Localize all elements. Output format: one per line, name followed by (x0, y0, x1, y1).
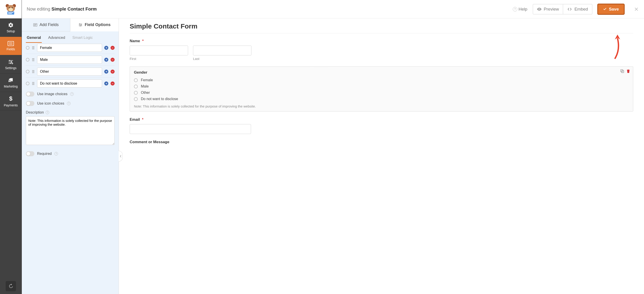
svg-point-24 (80, 25, 81, 26)
preview-button[interactable]: Preview (533, 4, 563, 14)
topbar: Now editing Simple Contact Form ? Help P… (22, 0, 644, 18)
gender-field-selected[interactable]: Gender Female Male Other Do not want to … (130, 66, 633, 112)
radio-option[interactable]: Do not want to disclose (134, 96, 629, 102)
choice-input[interactable] (37, 44, 102, 52)
svg-point-22 (81, 24, 82, 25)
rail-fields[interactable]: Fields (0, 37, 22, 55)
add-choice-button[interactable]: ＋ (104, 70, 108, 74)
embed-button[interactable]: Embed (563, 4, 592, 14)
drag-handle-icon[interactable] (32, 70, 35, 73)
first-sublabel: First (130, 57, 188, 61)
svg-rect-37 (621, 70, 623, 72)
last-name-input[interactable] (193, 45, 252, 55)
rail-marketing[interactable]: Marketing (0, 74, 22, 92)
logo[interactable] (0, 0, 22, 18)
svg-point-3 (8, 8, 13, 11)
options-icon (78, 23, 82, 27)
add-choice-button[interactable]: ＋ (104, 58, 108, 62)
delete-field-button[interactable] (627, 69, 630, 73)
radio-option[interactable]: Female (134, 77, 629, 83)
svg-rect-38 (622, 70, 624, 73)
name-label: Name * (130, 39, 633, 43)
svg-rect-6 (8, 11, 14, 14)
rail-label: Marketing (4, 85, 18, 88)
radio-icon (134, 97, 138, 101)
gender-label: Gender (134, 70, 629, 75)
tab-field-options[interactable]: Field Options (70, 18, 119, 31)
image-choices-toggle[interactable] (26, 92, 34, 96)
close-icon (634, 6, 639, 12)
radio-default-icon[interactable] (26, 70, 30, 73)
svg-point-12 (9, 60, 10, 61)
close-button[interactable] (634, 6, 639, 12)
required-label: Required (37, 152, 52, 156)
choice-input[interactable] (37, 67, 102, 76)
bullhorn-icon (8, 77, 14, 83)
undo-history-button[interactable] (6, 281, 16, 291)
radio-default-icon[interactable] (26, 82, 30, 85)
choice-row: ＋ − (26, 66, 114, 78)
remove-choice-button[interactable]: − (110, 58, 114, 62)
rail-settings[interactable]: Settings (0, 55, 22, 74)
help-tooltip-icon[interactable]: ? (70, 92, 74, 96)
form-name: Simple Contact Form (52, 6, 96, 11)
sliders-icon (8, 59, 14, 65)
image-choices-label: Use image choices (37, 92, 68, 96)
tab-add-fields[interactable]: Add Fields (22, 18, 70, 31)
editing-label: Now editing Simple Contact Form (27, 6, 96, 12)
drag-handle-icon[interactable] (32, 46, 35, 50)
help-tooltip-icon[interactable]: ? (54, 152, 58, 156)
subtab-general[interactable]: General (26, 34, 42, 43)
trash-icon (627, 69, 630, 73)
add-choice-button[interactable]: ＋ (104, 81, 108, 85)
drag-handle-icon[interactable] (32, 82, 35, 85)
help-link[interactable]: ? Help (513, 7, 528, 12)
radio-icon (134, 91, 138, 95)
rail-payments[interactable]: $ Payments (0, 92, 22, 110)
rail-setup[interactable]: Setup (0, 18, 22, 37)
radio-default-icon[interactable] (26, 46, 30, 50)
radio-option[interactable]: Male (134, 83, 629, 89)
gender-description: Note: This information is solely collect… (134, 104, 629, 108)
radio-option[interactable]: Other (134, 89, 629, 96)
rail-label: Setup (7, 29, 15, 33)
first-name-input[interactable] (130, 45, 188, 55)
rail-label: Fields (6, 47, 15, 51)
email-label: Email * (130, 117, 633, 122)
remove-choice-button[interactable]: − (110, 46, 114, 50)
field-options-panel: Add Fields Field Options General Advance… (22, 18, 119, 294)
choice-input[interactable] (37, 79, 102, 87)
subtab-smart-logic[interactable]: Smart Logic (72, 34, 94, 43)
svg-rect-8 (8, 13, 12, 14)
icon-choices-toggle[interactable] (26, 101, 34, 106)
form-preview: Simple Contact Form Name * First Last (119, 18, 644, 294)
eye-icon (537, 8, 542, 11)
left-rail: Setup Fields Settings Marketing $ Paymen… (0, 0, 22, 294)
add-choice-button[interactable]: ＋ (104, 46, 108, 50)
radio-icon (134, 78, 138, 82)
choice-row: ＋ − (26, 54, 114, 66)
remove-choice-button[interactable]: − (110, 70, 114, 74)
history-icon (8, 284, 13, 289)
gear-icon (8, 22, 14, 28)
rail-label: Settings (5, 66, 17, 70)
email-input[interactable] (130, 124, 251, 134)
remove-choice-button[interactable]: − (110, 81, 114, 85)
divider (130, 33, 633, 33)
help-icon: ? (513, 7, 517, 11)
choice-input[interactable] (37, 56, 102, 64)
help-tooltip-icon[interactable]: ? (67, 102, 70, 105)
duplicate-field-button[interactable] (620, 69, 624, 73)
drag-handle-icon[interactable] (32, 58, 35, 61)
save-button[interactable]: Save (597, 3, 625, 15)
duplicate-icon (620, 69, 624, 73)
radio-default-icon[interactable] (26, 58, 30, 61)
add-fields-icon (33, 23, 37, 26)
form-title: Simple Contact Form (130, 22, 633, 30)
subtab-advanced[interactable]: Advanced (47, 34, 66, 43)
svg-rect-7 (8, 12, 14, 13)
description-textarea[interactable] (26, 116, 114, 145)
check-icon (603, 8, 607, 11)
help-tooltip-icon[interactable]: ? (46, 111, 49, 114)
required-toggle[interactable] (26, 151, 34, 156)
